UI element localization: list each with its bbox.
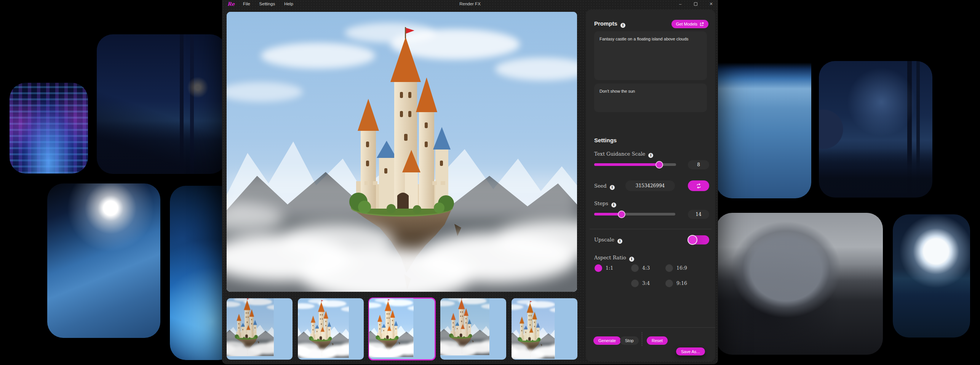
thumbnail-4[interactable] bbox=[440, 298, 506, 360]
settings-heading: Settings bbox=[594, 137, 617, 143]
upscale-toggle[interactable] bbox=[688, 235, 709, 244]
bg-image-cyberpunk-control-room bbox=[10, 83, 88, 174]
save-as-button[interactable]: Save As... bbox=[676, 347, 705, 355]
steps-slider[interactable] bbox=[594, 213, 675, 215]
steps-thumb[interactable] bbox=[618, 211, 625, 218]
app-window: Re File Settings Help Render FX – ✕ bbox=[222, 0, 718, 364]
negative-prompt-input[interactable]: Don't show the sun bbox=[594, 84, 707, 112]
desktop-background: Re File Settings Help Render FX – ✕ bbox=[0, 0, 980, 365]
footer-dashed-divider bbox=[642, 332, 642, 346]
info-icon[interactable]: i bbox=[617, 239, 622, 244]
minimize-icon[interactable]: – bbox=[678, 2, 683, 6]
preview-image bbox=[227, 12, 577, 292]
slider-fill bbox=[594, 163, 660, 166]
footer-divider bbox=[586, 327, 715, 328]
aspect-ratio-label-16-9: 16:9 bbox=[676, 265, 687, 271]
aspect-ratio-label-row: Aspect Ratioi bbox=[594, 254, 634, 262]
info-icon[interactable]: i bbox=[629, 257, 634, 262]
aspect-ratio-radio-1-1[interactable] bbox=[595, 264, 602, 272]
bg-image-robot-satellite-over-earth bbox=[716, 35, 811, 198]
prompts-header: Promptsi bbox=[594, 20, 625, 28]
app-logo: Re bbox=[227, 2, 235, 6]
maximize-icon[interactable] bbox=[694, 2, 697, 6]
window-title: Render FX bbox=[459, 2, 481, 6]
title-bar: Re File Settings Help Render FX – ✕ bbox=[222, 0, 718, 8]
thumbnail-1[interactable] bbox=[227, 298, 293, 360]
thumbnail-strip bbox=[227, 298, 577, 360]
text-guidance-scale-thumb[interactable] bbox=[655, 161, 663, 169]
positive-prompt-input[interactable]: Fantasy castle on a floating island abov… bbox=[594, 31, 707, 80]
upscale-label-row: Upscalei bbox=[594, 236, 622, 244]
info-icon[interactable]: i bbox=[610, 185, 615, 190]
thumbnail-2[interactable] bbox=[298, 298, 364, 360]
refresh-icon bbox=[696, 183, 702, 188]
info-icon[interactable]: i bbox=[648, 153, 653, 158]
aspect-ratio-label-3-4: 3:4 bbox=[642, 280, 650, 286]
stop-button[interactable]: Stop bbox=[620, 336, 639, 345]
text-guidance-scale-value[interactable]: 8 bbox=[688, 160, 709, 169]
section-divider bbox=[590, 229, 711, 229]
reset-button[interactable]: Reset bbox=[647, 336, 668, 345]
info-icon[interactable]: i bbox=[620, 23, 625, 28]
get-models-button[interactable]: Get Models bbox=[671, 20, 708, 28]
steps-label-row: Stepsi bbox=[594, 200, 616, 207]
text-guidance-scale-label-row: Text Guidance Scalei bbox=[594, 150, 653, 158]
close-icon[interactable]: ✕ bbox=[709, 2, 713, 6]
aspect-ratio-label-9-16: 9:16 bbox=[676, 280, 687, 286]
settings-panel: Promptsi Get Models Fantasy castle on a … bbox=[586, 10, 715, 362]
seed-randomize-button[interactable] bbox=[688, 180, 709, 191]
aspect-ratio-label-1-1: 1:1 bbox=[606, 265, 613, 271]
menu-bar: File Settings Help bbox=[243, 2, 293, 6]
external-link-icon bbox=[700, 22, 704, 26]
thumbnail-5[interactable] bbox=[512, 298, 577, 360]
aspect-ratio-radio-9-16[interactable] bbox=[665, 280, 673, 287]
menu-settings[interactable]: Settings bbox=[259, 2, 275, 6]
bg-image-futuristic-city-night bbox=[97, 34, 226, 174]
bg-image-full-moon-over-ocean bbox=[893, 214, 970, 338]
bg-image-earth-orbit-sunrise bbox=[47, 183, 160, 338]
aspect-ratio-radio-3-4[interactable] bbox=[631, 280, 639, 287]
menu-help[interactable]: Help bbox=[284, 2, 293, 6]
seed-input[interactable]: 3153426994 bbox=[625, 180, 675, 191]
prompts-heading: Prompts bbox=[594, 20, 617, 27]
info-icon[interactable]: i bbox=[611, 203, 616, 207]
seed-label-row: Seedi bbox=[594, 182, 615, 190]
steps-value[interactable]: 14 bbox=[688, 210, 709, 219]
aspect-ratio-radio-16-9[interactable] bbox=[665, 264, 673, 272]
menu-file[interactable]: File bbox=[243, 2, 250, 6]
bg-image-alien-planet-city bbox=[819, 61, 932, 198]
aspect-ratio-label-4-3: 4:3 bbox=[642, 265, 650, 271]
window-controls: – ✕ bbox=[678, 0, 713, 8]
aspect-ratio-radio-4-3[interactable] bbox=[631, 264, 639, 272]
thumbnail-3-selected[interactable] bbox=[369, 298, 435, 360]
toggle-knob bbox=[687, 235, 697, 245]
generate-button[interactable]: Generate bbox=[593, 336, 621, 345]
bg-image-spaceship-on-moon bbox=[716, 213, 883, 355]
text-guidance-scale-slider[interactable] bbox=[594, 163, 676, 166]
